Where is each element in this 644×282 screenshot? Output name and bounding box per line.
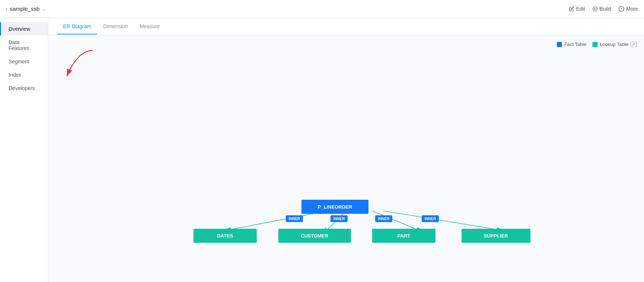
lookup-table-dates[interactable]: DATES <box>193 229 257 243</box>
topbar-actions: Edit Build More <box>569 6 638 12</box>
fact-table-node[interactable]: P_LINEORDER <box>302 200 369 214</box>
tab-er-diagram[interactable]: ER Diagram <box>57 19 97 34</box>
svg-line-12 <box>383 211 497 229</box>
inner-badge-supplier: INNER <box>422 215 439 222</box>
expand-icon[interactable]: ⤢ <box>631 42 637 47</box>
inner-badge-dates: INNER <box>286 215 303 222</box>
legend: Fact Table Lookup Table ⤢ <box>557 42 637 47</box>
inner-badge-customer: INNER <box>331 215 348 222</box>
lookup-table-customer[interactable]: CUSTOMER <box>278 229 351 243</box>
sidebar-item-overview[interactable]: Overview <box>0 22 48 36</box>
svg-text:INNER: INNER <box>378 217 390 221</box>
main-layout: Overview Data Features Segment Index Dev… <box>0 18 644 282</box>
lookup-table-color <box>592 42 598 47</box>
diagram-area: Fact Table Lookup Table ⤢ <box>48 36 644 282</box>
more-button[interactable]: More <box>618 6 638 12</box>
inner-badge-part: INNER <box>375 215 392 222</box>
svg-text:INNER: INNER <box>424 217 436 221</box>
svg-text:SUPPLIER: SUPPLIER <box>484 233 508 239</box>
lookup-table-supplier[interactable]: SUPPLIER <box>461 229 530 243</box>
more-label: More <box>626 6 638 12</box>
lookup-table-legend-label: Lookup Table <box>600 42 628 47</box>
build-icon <box>592 6 598 11</box>
svg-text:PART: PART <box>397 233 410 239</box>
sidebar-item-data-features[interactable]: Data Features <box>0 36 48 55</box>
svg-text:INNER: INNER <box>333 217 345 221</box>
sidebar-item-index[interactable]: Index <box>0 68 48 82</box>
tabs: ER Diagram Dimension Measure <box>48 18 644 36</box>
topbar: ‹ sample_ssb ⌄ Edit Build More <box>0 0 644 18</box>
title-chevron-icon[interactable]: ⌄ <box>42 6 46 11</box>
sidebar: Overview Data Features Segment Index Dev… <box>0 18 48 282</box>
svg-text:P_LINEORDER: P_LINEORDER <box>318 204 352 210</box>
edit-label: Edit <box>576 6 585 12</box>
tab-measure[interactable]: Measure <box>134 19 165 34</box>
topbar-left: ‹ sample_ssb ⌄ <box>6 6 46 12</box>
svg-point-1 <box>594 8 596 10</box>
svg-text:INNER: INNER <box>289 217 300 221</box>
svg-text:DATES: DATES <box>217 233 233 239</box>
tab-dimension[interactable]: Dimension <box>97 19 134 34</box>
fact-table-legend: Fact Table <box>557 42 586 47</box>
fact-table-color <box>557 42 562 47</box>
edit-button[interactable]: Edit <box>569 6 585 12</box>
content-area: ER Diagram Dimension Measure Fact Table … <box>48 18 644 282</box>
svg-text:CUSTOMER: CUSTOMER <box>301 233 329 239</box>
project-title: sample_ssb <box>10 6 40 12</box>
build-button[interactable]: Build <box>592 6 611 12</box>
edit-icon <box>569 6 574 11</box>
sidebar-item-segment[interactable]: Segment <box>0 55 48 68</box>
sidebar-item-developers[interactable]: Developers <box>0 82 48 95</box>
back-button[interactable]: ‹ <box>6 6 8 12</box>
svg-point-0 <box>593 7 597 11</box>
build-label: Build <box>599 6 611 12</box>
er-diagram-svg: P_LINEORDER INNER INNER INNER <box>48 36 644 282</box>
fact-table-legend-label: Fact Table <box>564 42 586 47</box>
lookup-table-part[interactable]: PART <box>372 229 436 243</box>
more-icon <box>618 6 624 12</box>
lookup-table-legend: Lookup Table ⤢ <box>592 42 637 47</box>
